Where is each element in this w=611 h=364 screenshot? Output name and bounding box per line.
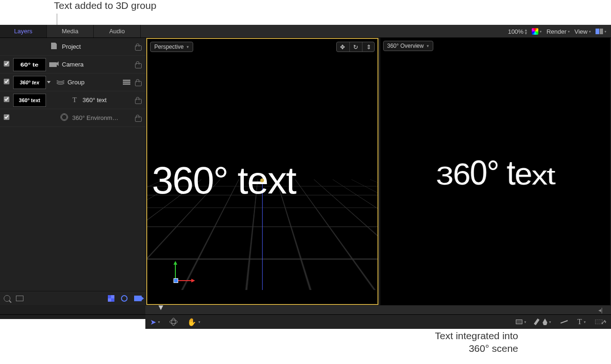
- canvas-text-360: 360° text: [389, 153, 602, 193]
- line-icon: [560, 320, 568, 324]
- annotation-bottom-1: Text integrated into: [392, 330, 518, 342]
- layer-row-project[interactable]: Project: [0, 38, 145, 56]
- camera-icon: [49, 61, 59, 68]
- stack-3d-icon[interactable]: [123, 80, 131, 85]
- visibility-checkbox[interactable]: [4, 79, 9, 84]
- chevron-down-icon: ▾: [568, 30, 570, 34]
- visibility-checkbox[interactable]: [4, 61, 9, 67]
- canvas-text-object[interactable]: 360° text: [152, 158, 296, 202]
- zoom-control[interactable]: 100% ▴▾: [508, 28, 527, 35]
- axis-gizmo[interactable]: [161, 262, 189, 290]
- checker-icon[interactable]: [108, 295, 114, 302]
- layout-menu[interactable]: ▾: [596, 29, 606, 34]
- paint-tool[interactable]: ▾: [536, 319, 551, 325]
- drop-icon: [543, 319, 547, 325]
- canvas-area: Perspective ▾ ✥ ↻ ⇕ 360° text: [145, 38, 611, 305]
- canvas-toolbar: ➤▾ ✋▾ ▾ ▾ T▾ ▾ ⤢: [145, 315, 611, 329]
- lock-icon[interactable]: [135, 79, 141, 86]
- tab-layers[interactable]: Layers: [0, 25, 47, 37]
- chevron-down-icon: ▾: [604, 30, 606, 34]
- chevron-down-icon: ▾: [187, 45, 189, 49]
- dolly-tool-icon[interactable]: ⇕: [362, 42, 374, 52]
- viewport-360-overview[interactable]: 360° Overview ▾ 360° text: [380, 38, 611, 305]
- annotation-top: Text added to 3D group: [54, 0, 156, 11]
- view-label: View: [574, 28, 588, 35]
- lock-icon[interactable]: [135, 44, 141, 50]
- anchor-point-icon[interactable]: [260, 178, 264, 182]
- chevron-down-icon: ▾: [198, 320, 200, 324]
- color-channels-menu[interactable]: ▾: [532, 28, 542, 35]
- bezier-tool[interactable]: [560, 321, 568, 322]
- viewport-camera-menu[interactable]: 360° Overview ▾: [383, 41, 433, 51]
- out-point-icon[interactable]: ◂|: [598, 307, 603, 313]
- layer-row-360-environment[interactable]: 360° Environm…: [0, 109, 145, 127]
- viewport-camera-label: Perspective: [154, 44, 184, 50]
- chevron-down-icon: ▾: [540, 30, 542, 34]
- camera-add-icon[interactable]: [134, 296, 142, 301]
- chevron-down-icon: ▾: [589, 30, 591, 34]
- arrow-icon: ➤: [150, 318, 156, 327]
- frame-icon[interactable]: [16, 296, 23, 301]
- visibility-checkbox[interactable]: [4, 114, 9, 120]
- tab-audio[interactable]: Audio: [94, 25, 141, 37]
- text-T-icon: T: [577, 318, 582, 326]
- playhead-icon[interactable]: [158, 305, 163, 310]
- tab-media[interactable]: Media: [47, 25, 94, 37]
- zoom-stepper-icon: ▴▾: [525, 28, 527, 35]
- viewport-nav-controls: ✥ ↻ ⇕: [336, 42, 375, 52]
- viewport-camera-label: 360° Overview: [387, 43, 424, 49]
- app-window: Layers Media Audio 100% ▴▾ ▾ Render▾ Vie…: [0, 25, 611, 319]
- disclosure-triangle-icon[interactable]: [47, 81, 51, 83]
- svg-point-1: [172, 318, 175, 326]
- hand-icon: ✋: [187, 318, 196, 327]
- text-tool[interactable]: T▾: [577, 318, 586, 326]
- pencil-icon: [534, 319, 540, 325]
- layer-row-group[interactable]: 360° tex Group: [0, 74, 145, 91]
- orbit-tool-icon[interactable]: ↻: [349, 42, 362, 52]
- lock-icon[interactable]: [135, 115, 141, 121]
- circle-icon[interactable]: [121, 295, 128, 302]
- layers-panel: Project 60° te Camera 360° tex: [0, 38, 145, 305]
- layer-row-camera[interactable]: 60° te Camera: [0, 56, 145, 74]
- layer-thumbnail: 360° tex: [13, 76, 46, 89]
- timeline-ruler[interactable]: ◂|: [145, 305, 611, 314]
- viewport-layout-icon: [596, 29, 603, 34]
- viewport-camera-menu[interactable]: Perspective ▾: [150, 42, 193, 52]
- 3d-transform-tool[interactable]: [169, 318, 178, 326]
- group-3d-icon: [55, 79, 66, 86]
- chevron-down-icon: ▾: [427, 44, 429, 48]
- pan-tool[interactable]: ✋▾: [187, 318, 200, 327]
- zoom-value: 100%: [508, 28, 523, 35]
- layer-label: 360° text: [83, 97, 106, 104]
- layers-footer: [0, 291, 145, 305]
- layer-label: Group: [68, 79, 84, 86]
- layer-row-360-text[interactable]: 360° text T 360° text: [0, 91, 145, 109]
- select-tool[interactable]: ➤▾: [150, 318, 160, 327]
- layer-thumbnail: 60° te: [13, 58, 46, 71]
- chevron-down-icon: ▾: [584, 320, 586, 324]
- pan-tool-icon[interactable]: ✥: [337, 42, 349, 52]
- text-icon: T: [69, 96, 80, 104]
- chevron-down-icon: ▾: [158, 320, 160, 324]
- shape-tool[interactable]: ▾: [516, 319, 526, 324]
- environment-icon: [59, 113, 69, 122]
- annotation-bottom-2: 360° scene: [392, 343, 518, 354]
- lock-icon[interactable]: [135, 97, 141, 104]
- canvas-top-controls: 100% ▴▾ ▾ Render▾ View▾ ▾: [503, 25, 611, 38]
- view-menu[interactable]: View▾: [574, 28, 591, 35]
- orbit-3d-icon: [169, 318, 178, 326]
- chevron-down-icon: ▾: [549, 320, 551, 324]
- chevron-down-icon: ▾: [524, 320, 526, 324]
- lock-icon[interactable]: [135, 61, 141, 68]
- layer-thumbnail: 360° text: [13, 94, 46, 107]
- fullscreen-icon[interactable]: ⤢: [601, 318, 606, 326]
- svg-point-0: [170, 320, 177, 324]
- visibility-checkbox[interactable]: [4, 97, 9, 102]
- render-menu[interactable]: Render▾: [546, 28, 570, 35]
- render-label: Render: [546, 28, 566, 35]
- search-icon[interactable]: [4, 295, 10, 302]
- layer-label: Camera: [62, 61, 83, 68]
- color-swatch-icon: [532, 28, 538, 35]
- viewport-perspective[interactable]: Perspective ▾ ✥ ↻ ⇕ 360° text: [146, 38, 378, 305]
- project-icon: [49, 43, 59, 51]
